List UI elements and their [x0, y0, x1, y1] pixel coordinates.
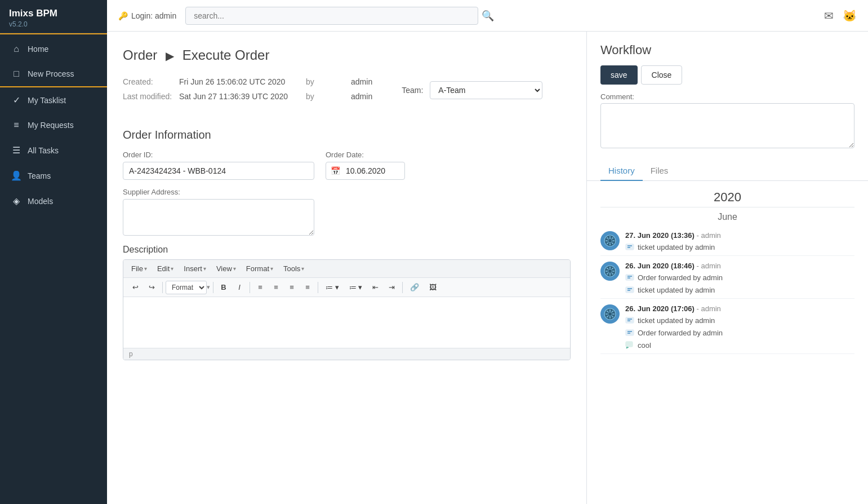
ticket-icon	[625, 273, 634, 282]
save-button[interactable]: save	[600, 65, 638, 85]
user-icon[interactable]: 🐱	[843, 9, 857, 23]
created-by-label: by	[295, 74, 351, 89]
menu-file[interactable]: File ▾	[127, 262, 152, 275]
sidebar-item-new-process[interactable]: □ New Process	[0, 61, 107, 86]
order-id-row: Order ID: Order Date: 📅	[123, 151, 571, 180]
menu-insert[interactable]: Insert ▾	[179, 262, 211, 275]
team-label: Team:	[402, 86, 423, 95]
menu-format[interactable]: Format ▾	[242, 262, 278, 275]
justify-button[interactable]: ≡	[300, 280, 315, 294]
sidebar-label-all-tasks: All Tasks	[28, 146, 59, 155]
svg-point-19	[607, 268, 608, 269]
svg-rect-26	[626, 287, 634, 293]
italic-button[interactable]: I	[232, 280, 247, 294]
chat-icon	[625, 341, 634, 350]
my-requests-icon: ≡	[11, 120, 22, 130]
history-month: June	[600, 207, 854, 226]
order-date-input[interactable]	[344, 162, 400, 179]
page-title: Order ▶ Execute Order	[123, 47, 571, 63]
tab-files[interactable]: Files	[643, 160, 676, 181]
svg-point-37	[612, 311, 613, 312]
history-events: Order forwarded by admin ticket updated …	[625, 271, 854, 296]
order-date-wrap: 📅	[326, 162, 405, 180]
sidebar-item-teams[interactable]: 👤 Teams	[0, 163, 107, 188]
sidebar-label-teams: Teams	[28, 171, 51, 180]
history-date: 26. Jun 2020 (17:06) - admin	[625, 304, 854, 313]
sidebar-item-my-requests[interactable]: ≡ My Requests	[0, 113, 107, 138]
models-icon: ◈	[11, 196, 22, 206]
outdent-button[interactable]: ⇤	[368, 280, 383, 294]
history-avatar	[600, 304, 620, 324]
all-tasks-icon: ☰	[11, 145, 22, 156]
workflow-actions: save Close	[600, 65, 854, 85]
ticket-icon	[625, 242, 634, 251]
align-center-button[interactable]: ≡	[269, 280, 283, 294]
editor-body[interactable]	[123, 297, 570, 348]
history-event: ticket updated by admin	[625, 314, 854, 326]
sidebar-item-my-tasklist[interactable]: ✓ My Tasklist	[0, 87, 107, 113]
sidebar-item-home[interactable]: ⌂ Home	[0, 37, 107, 61]
svg-point-33	[606, 313, 607, 315]
search-input[interactable]	[185, 7, 478, 25]
svg-rect-45	[626, 342, 633, 347]
ordered-list-button[interactable]: ≔ ▾	[345, 280, 367, 294]
login-label: Login: admin	[131, 11, 176, 20]
svg-point-8	[612, 237, 613, 239]
supplier-label: Supplier Address:	[123, 188, 571, 196]
calendar-icon: 📅	[331, 166, 340, 175]
history-area: 2020 June 27. Jun 2020 (13:36) - admin t…	[587, 181, 868, 365]
history-avatar	[600, 231, 620, 250]
supplier-input[interactable]	[123, 199, 314, 236]
topbar: 🔑 Login: admin 🔍 ✉ 🐱	[107, 0, 868, 32]
bold-button[interactable]: B	[216, 280, 231, 294]
svg-point-15	[609, 267, 611, 268]
order-id-input[interactable]	[123, 162, 314, 180]
content-split: Order ▶ Execute Order Created: Fri Jun 2…	[107, 32, 868, 504]
editor-menubar: File ▾ Edit ▾ Insert ▾ View	[123, 260, 570, 278]
menu-view[interactable]: View ▾	[212, 262, 241, 275]
redo-button[interactable]: ↪	[144, 280, 159, 294]
menu-edit[interactable]: Edit ▾	[153, 262, 178, 275]
comment-textarea[interactable]	[600, 103, 854, 148]
indent-button[interactable]: ⇥	[384, 280, 399, 294]
workflow-header: Workflow save Close Comment:	[587, 32, 868, 156]
history-event: ticket updated by admin	[625, 284, 854, 296]
link-button[interactable]: 🔗	[406, 280, 424, 294]
team-select[interactable]: A-Team B-Team	[430, 81, 542, 99]
history-events: ticket updated by admin	[625, 241, 854, 253]
sidebar-item-all-tasks[interactable]: ☰ All Tasks	[0, 138, 107, 163]
align-right-button[interactable]: ≡	[284, 280, 299, 294]
tab-history[interactable]: History	[600, 160, 643, 181]
svg-point-35	[607, 311, 608, 312]
unordered-list-button[interactable]: ≔ ▾	[321, 280, 344, 294]
app-title: Imixs BPM	[9, 8, 98, 19]
menu-tools[interactable]: Tools ▾	[279, 262, 309, 275]
toolbar-separator-2	[213, 282, 213, 293]
history-year: 2020	[600, 181, 854, 207]
toolbar-separator-3	[250, 282, 250, 293]
editor-toolbar: ↩ ↪ Format ▾ B I ≡ ≡ ≡ ≡	[123, 278, 570, 297]
align-left-button[interactable]: ≡	[253, 280, 268, 294]
svg-point-5	[613, 240, 615, 242]
editor-statusbar: p	[123, 348, 570, 360]
ticket-icon	[625, 328, 634, 337]
created-value: Fri Jun 26 15:06:02 UTC 2020	[179, 74, 295, 89]
breadcrumb-task: Execute Order	[182, 47, 270, 63]
font-family-select[interactable]: Format	[166, 281, 207, 294]
history-entry: 26. Jun 2020 (18:46) - admin Order forwa…	[600, 256, 854, 299]
image-button[interactable]: 🖼	[425, 280, 441, 294]
modified-by-value: admin	[351, 89, 379, 104]
search-button[interactable]: 🔍	[482, 10, 494, 22]
svg-rect-42	[626, 330, 634, 335]
svg-point-38	[607, 316, 608, 317]
sidebar-label-new-process: New Process	[28, 69, 74, 78]
sidebar-header: Imixs BPM v5.2.0	[0, 0, 107, 33]
main-area: 🔑 Login: admin 🔍 ✉ 🐱 Order ▶ Execute Ord…	[107, 0, 868, 504]
history-event: ticket updated by admin	[625, 241, 854, 253]
sidebar-nav: ⌂ Home □ New Process ✓ My Tasklist ≡ My …	[0, 37, 107, 504]
close-button[interactable]: Close	[641, 65, 683, 85]
sidebar-item-models[interactable]: ◈ Models	[0, 188, 107, 214]
home-icon: ⌂	[11, 44, 22, 54]
undo-button[interactable]: ↩	[128, 280, 143, 294]
mail-icon[interactable]: ✉	[824, 9, 834, 23]
